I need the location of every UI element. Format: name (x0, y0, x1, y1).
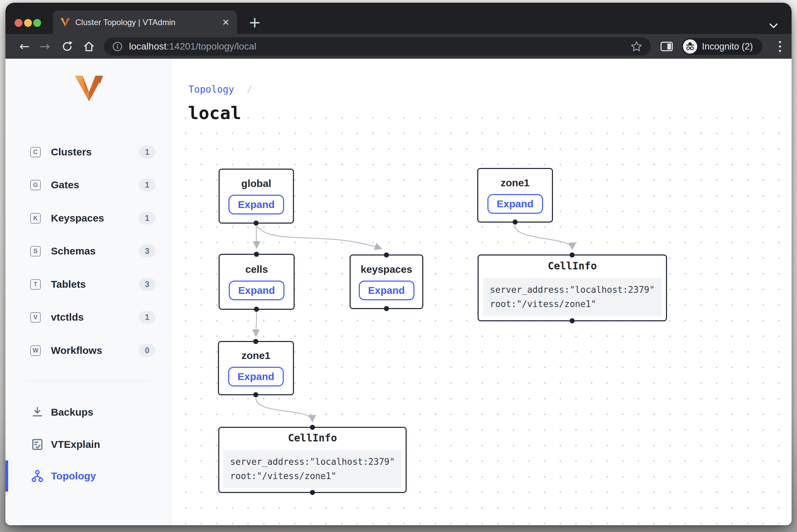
schemas-letter-icon: S (30, 246, 41, 256)
breadcrumb-separator: / (247, 84, 253, 95)
incognito-badge: Incognito (2) (682, 38, 762, 55)
expand-global-button[interactable]: Expand (228, 195, 284, 214)
count-badge: 1 (139, 146, 155, 158)
sidebar-item-vtctlds[interactable]: V vtctlds 1 (5, 301, 171, 334)
sidebar-item-clusters[interactable]: C Clusters 1 (5, 136, 171, 168)
workflows-letter-icon: W (30, 345, 41, 356)
expand-zone1-bottom-button[interactable]: Expand (228, 367, 284, 386)
sidebar-item-keyspaces[interactable]: K Keyspaces 1 (5, 202, 171, 234)
vitess-favicon (60, 18, 70, 27)
sidebar-divider (24, 381, 152, 381)
tab-strip: Cluster Topology | VTAdmin ✕ + (5, 3, 792, 34)
count-badge: 1 (139, 212, 155, 225)
site-info-icon[interactable] (112, 41, 123, 52)
incognito-label: Incognito (2) (702, 41, 753, 52)
expand-keyspaces-button[interactable]: Expand (359, 281, 414, 300)
port-bottom (253, 392, 258, 397)
breadcrumb-topology-link[interactable]: Topology (188, 84, 234, 95)
forward-button[interactable]: → (37, 34, 53, 59)
node-zone1-bottom[interactable]: zone1 Expand (218, 341, 294, 395)
vitess-logo (74, 75, 104, 102)
expand-cells-button[interactable]: Expand (229, 281, 284, 300)
address-bar[interactable]: localhost:14201/topology/local (104, 37, 651, 56)
keyspaces-letter-icon: K (30, 213, 41, 224)
incognito-avatar (683, 39, 697, 54)
breadcrumb: Topology / (188, 84, 253, 95)
bookmark-star-icon[interactable] (630, 40, 643, 53)
tab-search-chevron-icon[interactable] (771, 20, 778, 28)
gates-letter-icon: G (30, 180, 41, 190)
sidebar-item-tablets[interactable]: T Tablets 3 (5, 268, 171, 301)
new-tab-button[interactable]: + (248, 15, 261, 30)
browser-toolbar: ← → localhost:14201/topology/local (5, 34, 792, 59)
back-button[interactable]: ← (16, 34, 33, 59)
port-top (310, 425, 315, 430)
vtctlds-letter-icon: V (30, 312, 41, 323)
port-bottom (254, 307, 259, 312)
sidebar-item-backups[interactable]: Backups (5, 396, 171, 429)
home-button[interactable] (81, 34, 97, 59)
port-bottom (310, 490, 315, 495)
node-keyspaces[interactable]: keyspaces Expand (350, 254, 423, 309)
page-title: local (188, 103, 241, 123)
tablets-letter-icon: T (30, 279, 41, 290)
clusters-letter-icon: C (30, 147, 41, 157)
sidebar: C Clusters 1 G Gates 1 K Keyspaces 1 S S… (5, 59, 171, 525)
port-bottom (384, 306, 389, 311)
node-global[interactable]: global Expand (219, 169, 294, 224)
topology-page: Topology / local global Expa (171, 59, 792, 525)
node-zone1-top[interactable]: zone1 Expand (477, 168, 553, 223)
reload-button[interactable] (59, 34, 75, 59)
sidebar-item-schemas[interactable]: S Schemas 3 (5, 235, 171, 267)
sidebar-item-workflows[interactable]: W Workflows 0 (5, 334, 171, 367)
zoom-window-button[interactable] (33, 19, 41, 27)
expand-zone1-button[interactable]: Expand (487, 194, 543, 214)
topology-icon (31, 469, 44, 483)
incognito-icon (685, 41, 695, 52)
browser-window: Cluster Topology | VTAdmin ✕ + ← → (5, 3, 792, 525)
url-text: localhost:14201/topology/local (129, 41, 256, 52)
sidebar-item-vtexplain[interactable]: VTExplain (5, 428, 171, 461)
browser-tab[interactable]: Cluster Topology | VTAdmin ✕ (53, 11, 237, 34)
count-badge: 1 (139, 178, 155, 191)
cellinfo-code: server_address:"localhost:2379" root:"/v… (483, 278, 661, 316)
node-cells[interactable]: cells Expand (219, 254, 295, 310)
node-cellinfo-right[interactable]: CellInfo server_address:"localhost:2379"… (478, 254, 667, 321)
tab-title: Cluster Topology | VTAdmin (75, 18, 175, 27)
active-nav-indicator (5, 460, 8, 492)
count-badge: 3 (139, 278, 155, 291)
port-bottom (513, 220, 518, 225)
node-cellinfo-bottom[interactable]: CellInfo server_address:"localhost:2379"… (218, 427, 407, 493)
download-icon (31, 405, 44, 419)
document-check-icon (31, 438, 44, 451)
count-badge: 1 (139, 311, 155, 324)
sidebar-item-gates[interactable]: G Gates 1 (5, 169, 171, 201)
port-top (254, 252, 259, 257)
cellinfo-code: server_address:"localhost:2379" root:"/v… (223, 450, 402, 488)
browser-menu-icon[interactable] (773, 39, 787, 54)
port-top (253, 339, 258, 344)
port-top (384, 252, 389, 258)
close-window-button[interactable] (15, 19, 22, 27)
port-top (570, 252, 575, 258)
side-panel-icon[interactable] (661, 42, 673, 51)
port-bottom (570, 318, 575, 323)
minimize-window-button[interactable] (24, 19, 32, 27)
port-bottom (254, 221, 259, 226)
close-tab-icon[interactable]: ✕ (222, 17, 229, 27)
sidebar-item-topology[interactable]: Topology (5, 460, 171, 492)
count-badge: 3 (139, 245, 155, 258)
count-badge: 0 (139, 344, 155, 357)
